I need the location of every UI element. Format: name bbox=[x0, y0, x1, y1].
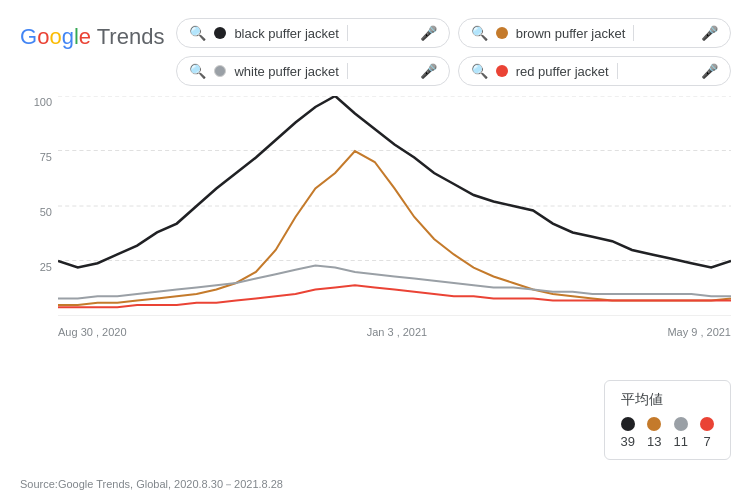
line-brown bbox=[58, 151, 731, 305]
chip-sep bbox=[617, 63, 618, 79]
legend-dot-brown bbox=[647, 417, 661, 431]
chip-sep bbox=[633, 25, 634, 41]
chip-sep bbox=[347, 25, 348, 41]
x-axis-labels: Aug 30 , 2020 Jan 3 , 2021 May 9 , 2021 bbox=[58, 318, 731, 346]
legend-val-black: 39 bbox=[621, 434, 635, 449]
search-chips-container: 🔍 black puffer jacket 🎤 🔍 brown puffer j… bbox=[176, 18, 731, 86]
header: Google Trends 🔍 black puffer jacket 🎤 🔍 … bbox=[0, 0, 751, 86]
legend-box: 平均値 39 13 11 7 bbox=[604, 380, 731, 460]
x-label-may: May 9 , 2021 bbox=[667, 326, 731, 338]
legend-dot-black bbox=[621, 417, 635, 431]
chip-brown[interactable]: 🔍 brown puffer jacket 🎤 bbox=[458, 18, 731, 48]
line-red bbox=[58, 285, 731, 307]
mic-icon[interactable]: 🎤 bbox=[701, 25, 718, 41]
legend-item-brown: 13 bbox=[647, 417, 661, 449]
legend-val-brown: 13 bbox=[647, 434, 661, 449]
chart-area: 100 75 50 25 Aug 30 , 2020 Jan 3 , 2021 … bbox=[20, 96, 731, 346]
chart-svg bbox=[58, 96, 731, 316]
y-axis-labels: 100 75 50 25 bbox=[20, 96, 52, 316]
search-icon: 🔍 bbox=[471, 25, 488, 41]
chip-black[interactable]: 🔍 black puffer jacket 🎤 bbox=[176, 18, 449, 48]
legend-val-red: 7 bbox=[703, 434, 710, 449]
line-black bbox=[58, 96, 731, 268]
chart-inner bbox=[58, 96, 731, 316]
chip-label-red: red puffer jacket bbox=[516, 64, 609, 79]
search-icon: 🔍 bbox=[189, 25, 206, 41]
x-label-jan: Jan 3 , 2021 bbox=[367, 326, 428, 338]
line-white bbox=[58, 265, 731, 298]
legend-items: 39 13 11 7 bbox=[621, 417, 714, 449]
legend-title: 平均値 bbox=[621, 391, 714, 409]
legend-dot-red bbox=[700, 417, 714, 431]
trends-label: Trends bbox=[91, 24, 164, 49]
y-label-25: 25 bbox=[20, 261, 52, 273]
legend-val-white: 11 bbox=[674, 434, 688, 449]
logo: Google Trends bbox=[20, 24, 164, 50]
chip-red[interactable]: 🔍 red puffer jacket 🎤 bbox=[458, 56, 731, 86]
legend-dot-white bbox=[674, 417, 688, 431]
chip-label-brown: brown puffer jacket bbox=[516, 26, 626, 41]
y-label-50: 50 bbox=[20, 206, 52, 218]
mic-icon[interactable]: 🎤 bbox=[420, 63, 437, 79]
x-label-aug: Aug 30 , 2020 bbox=[58, 326, 127, 338]
legend-item-black: 39 bbox=[621, 417, 635, 449]
legend-item-white: 11 bbox=[674, 417, 688, 449]
mic-icon[interactable]: 🎤 bbox=[701, 63, 718, 79]
source-text: Source:Google Trends, Global, 2020.8.30－… bbox=[20, 477, 283, 492]
chip-white[interactable]: 🔍 white puffer jacket 🎤 bbox=[176, 56, 449, 86]
chip-dot-black bbox=[214, 27, 226, 39]
chip-label-black: black puffer jacket bbox=[234, 26, 339, 41]
chip-dot-red bbox=[496, 65, 508, 77]
search-icon: 🔍 bbox=[471, 63, 488, 79]
mic-icon[interactable]: 🎤 bbox=[420, 25, 437, 41]
chip-dot-white bbox=[214, 65, 226, 77]
legend-item-red: 7 bbox=[700, 417, 714, 449]
search-icon: 🔍 bbox=[189, 63, 206, 79]
chip-sep bbox=[347, 63, 348, 79]
chip-label-white: white puffer jacket bbox=[234, 64, 339, 79]
chip-dot-brown bbox=[496, 27, 508, 39]
y-label-100: 100 bbox=[20, 96, 52, 108]
y-label-75: 75 bbox=[20, 151, 52, 163]
